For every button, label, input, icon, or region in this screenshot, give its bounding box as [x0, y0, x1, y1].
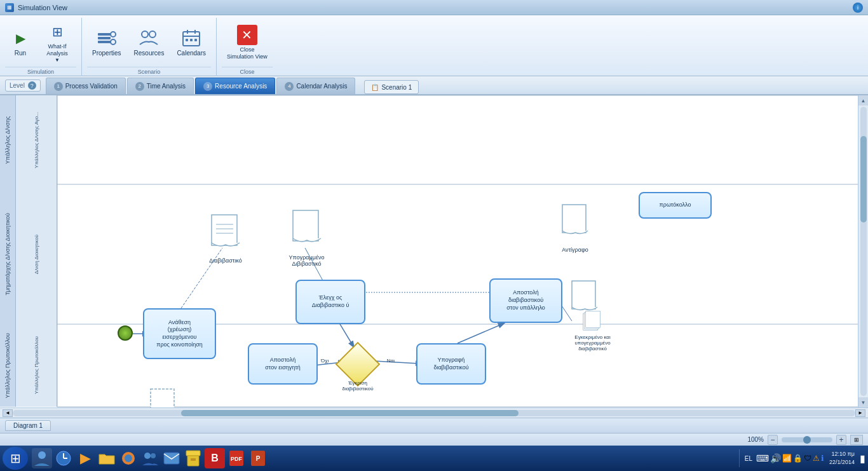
scroll-track[interactable]: [860, 107, 867, 396]
svg-rect-2: [98, 41, 111, 43]
user-icon: [33, 449, 51, 467]
svg-point-5: [142, 31, 148, 38]
title-bar: ▦ Simulation View i: [0, 0, 868, 15]
close-simulation-button[interactable]: ✕ CloseSimulation View: [222, 22, 273, 63]
zoom-level: 100%: [747, 436, 764, 443]
scenario-badge: 📋 Scenario 1: [364, 80, 419, 94]
taskbar-clock-app[interactable]: [53, 448, 74, 468]
svg-rect-13: [194, 39, 197, 41]
h-scroll-track[interactable]: [13, 410, 855, 416]
whatif-dropdown-arrow: ▼: [55, 57, 60, 64]
whatif-button[interactable]: ⊞ What-If Analysis ▼: [38, 19, 76, 65]
properties-button[interactable]: Properties: [87, 25, 126, 60]
h-scroll-thumb[interactable]: [181, 410, 518, 416]
show-desktop-icon[interactable]: ▮: [860, 453, 865, 465]
taskbar-user-icon[interactable]: [32, 448, 52, 468]
calendars-icon: [181, 28, 201, 48]
start-button[interactable]: ⊞: [3, 447, 28, 470]
swimlane-outer-top: Υπάλληλος Δ/νσης: [0, 95, 16, 184]
doc-multi-svg: [575, 310, 610, 333]
taskbar-powerpoint[interactable]: P: [248, 448, 268, 468]
task-send-eisigitis[interactable]: Αποστολήστον εισηγητή: [248, 343, 318, 385]
vertical-scrollbar[interactable]: ▲ ▼: [858, 95, 868, 407]
email-icon: [163, 451, 180, 465]
taskbar-archive[interactable]: [183, 448, 203, 468]
tab-process-validation[interactable]: 1 Process Validation: [46, 78, 126, 94]
start-circle-shape: [118, 325, 133, 341]
help-icon[interactable]: i: [853, 3, 863, 13]
ribbon: ▶ Run ⊞ What-If Analysis ▼ Simulation Pr…: [0, 15, 868, 79]
zoom-fit-button[interactable]: ⊞: [850, 435, 863, 445]
keyboard-icon: ⌨: [756, 453, 769, 463]
system-clock: 12:10 πμ 22/1/2014: [825, 450, 858, 466]
taskbar-b-app[interactable]: B: [205, 448, 225, 468]
no-label: Όχι: [321, 358, 329, 364]
doc-antigrapho[interactable]: Αντίγραφο: [559, 200, 591, 242]
svg-rect-37: [293, 210, 318, 241]
doc-approved-copy[interactable]: [569, 280, 600, 315]
main-content: Υπάλληλος Δ/νσης Τμηματάρχης Δ/νσης Διοι…: [0, 95, 868, 418]
tab-time-analysis[interactable]: 2 Time Analysis: [127, 78, 194, 94]
doc-antigrapho-svg: [561, 203, 590, 238]
tray-icon-2: 🛡: [804, 454, 811, 463]
scroll-right-button[interactable]: ►: [855, 409, 865, 417]
ribbon-simulation-label: Simulation: [5, 67, 76, 75]
taskbar-firefox[interactable]: [118, 448, 139, 468]
resources-icon: [139, 28, 159, 48]
swimlane-outer-bot: Υπάλληλος Πρωτοκόλλου: [0, 324, 16, 407]
archive-icon: [186, 450, 201, 467]
doc-enimerwtiko[interactable]: ΕνημερωτικόΕισερχόμενο: [146, 381, 181, 407]
start-event[interactable]: [118, 325, 133, 341]
pdf-icon: PDF: [229, 450, 244, 467]
svg-rect-53: [186, 451, 200, 456]
svg-point-51: [151, 453, 156, 458]
scroll-left-button[interactable]: ◄: [3, 409, 13, 417]
level-badge: Level ?: [5, 79, 41, 92]
swimlane-inner-mid: Δ/νση Διοικητικού: [16, 184, 57, 324]
scroll-thumb[interactable]: [860, 136, 867, 223]
tab-resource-analysis[interactable]: 3 Resource Analysis: [195, 78, 275, 94]
task-send-employee[interactable]: Αποστολήδιαβιβαστικούστον υπάλληλο: [489, 278, 562, 323]
task-sign[interactable]: Υπογραφήδιαβιβαστικού: [416, 343, 486, 385]
doc-small-svg: [571, 280, 599, 315]
svg-rect-38: [572, 281, 595, 309]
task-check[interactable]: Έλεγχ οςΔιαβιβαστικο ύ: [295, 280, 365, 324]
taskbar-folder[interactable]: [97, 448, 117, 468]
svg-rect-12: [190, 39, 193, 41]
svg-rect-52: [164, 453, 179, 464]
scroll-up-button[interactable]: ▲: [858, 95, 869, 106]
svg-point-6: [149, 31, 156, 38]
resources-button[interactable]: Resources: [129, 25, 170, 60]
swimlane-inner-bot: Υπάλληλος Πρωτοκόλλου: [16, 324, 57, 407]
taskbar-play-button[interactable]: ▶: [75, 448, 95, 468]
doc-signed[interactable]: ΥπογραμμένοΔιβιβαστικό: [289, 207, 324, 248]
svg-rect-33: [212, 215, 237, 245]
svg-line-29: [458, 324, 502, 343]
taskbar-email[interactable]: [161, 448, 182, 468]
calendars-button[interactable]: Calendars: [172, 25, 211, 60]
svg-point-44: [38, 451, 46, 459]
diamond-approval[interactable]: Έγκρισηδιαβιβαστικού Όχι Ναι: [339, 345, 377, 383]
svg-rect-11: [186, 39, 188, 41]
svg-line-28: [375, 361, 419, 364]
task-protokollo[interactable]: πρωτόκολλο: [639, 192, 712, 219]
zoom-slider[interactable]: [782, 437, 832, 442]
powerpoint-icon: P: [250, 450, 266, 467]
scroll-down-button[interactable]: ▼: [858, 397, 869, 407]
zoom-out-button[interactable]: −: [768, 435, 778, 445]
zoom-in-button[interactable]: +: [836, 435, 846, 445]
level-help-icon[interactable]: ?: [28, 81, 36, 90]
close-icon: ✕: [237, 25, 257, 45]
horizontal-scrollbar[interactable]: ◄ ►: [0, 407, 868, 418]
svg-point-49: [125, 454, 132, 462]
doc-diavibastiko[interactable]: Διαβιβαστικό: [210, 213, 241, 251]
diagram-canvas[interactable]: Υπάλληλος Δ/νσης Τμηματάρχης Δ/νσης Διοι…: [0, 95, 868, 407]
diagram-tab-1[interactable]: Diagram 1: [5, 420, 51, 431]
app-icon: ▦: [5, 3, 14, 12]
task-assignment[interactable]: Ανάθεση(χρέωση)εισερχόμενουπρος κοινοποί…: [143, 308, 216, 359]
taskbar-users[interactable]: [140, 448, 160, 468]
run-button[interactable]: ▶ Run: [5, 25, 36, 60]
zoom-slider-thumb[interactable]: [803, 436, 811, 444]
tab-calendar-analysis[interactable]: 4 Calendar Analysis: [276, 78, 355, 94]
taskbar-pdf[interactable]: PDF: [226, 448, 247, 468]
